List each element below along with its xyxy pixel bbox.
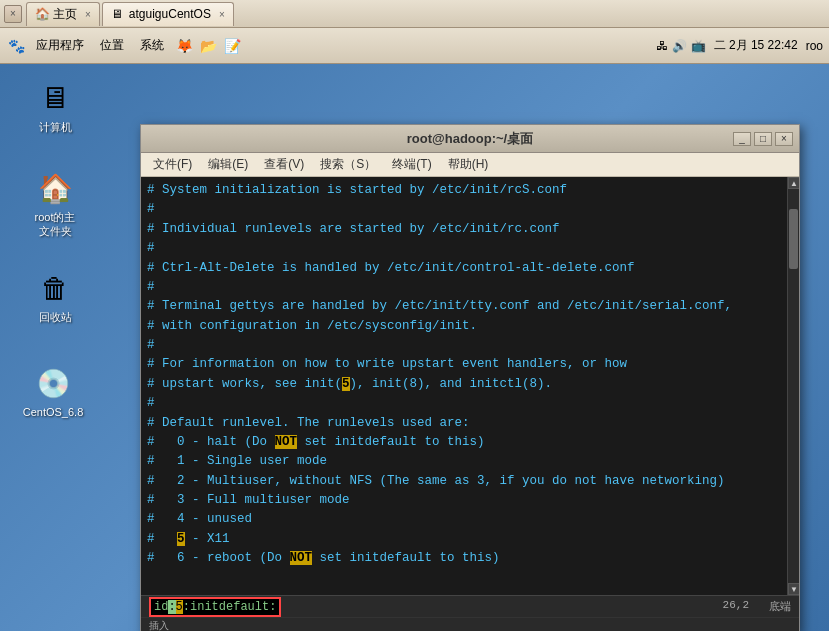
trash-label: 回收站 [39,310,72,324]
dvd-label: CentOS_6.8 [23,405,84,419]
dvd-icon[interactable]: 💿 CentOS_6.8 [18,359,88,423]
apps-icon: 🐾 [6,36,26,56]
terminal-text[interactable]: # System initialization is started by /e… [141,177,787,595]
apps-label: 应用程序 [36,37,84,54]
terminal-title: root@hadoop:~/桌面 [207,130,733,148]
mode-display: 底端 [769,599,791,614]
scrollbar-up-btn[interactable]: ▲ [788,177,799,189]
system-button[interactable]: 系统 [134,35,170,56]
location-label: 位置 [100,37,124,54]
firefox-icon[interactable]: 🦊 [174,36,194,56]
display-icon: 📺 [691,39,706,53]
folder-icon[interactable]: 📂 [198,36,218,56]
terminal-line-9: # [147,336,781,355]
desktop-area: 🖥 计算机 🏠 root的主文件夹 🗑 回收站 💿 CentOS_6.8 roo… [0,64,829,631]
terminal-line-1: # System initialization is started by /e… [147,181,781,200]
terminal-line-14: # 0 - halt (Do NOT set initdefault to th… [147,433,781,452]
terminal-line-4: # [147,239,781,258]
scrollbar-thumb[interactable] [789,209,798,269]
terminal-line-20: # 6 - reboot (Do NOT set initdefault to … [147,549,781,568]
terminal-bottom-bar: id:5:initdefault: 26,2 底端 [141,595,799,617]
scrollbar-track[interactable] [788,189,799,583]
home-folder-icon-img: 🏠 [35,168,75,208]
tab-home-close[interactable]: × [85,9,91,20]
terminal-line-10: # For information on how to write upstar… [147,355,781,374]
trash-icon-img: 🗑 [35,268,75,308]
terminal-line-15: # 1 - Single user mode [147,452,781,471]
terminal-line-5: # Ctrl-Alt-Delete is handled by /etc/ini… [147,259,781,278]
terminal-scrollbar[interactable]: ▲ ▼ [787,177,799,595]
taskbar-tabs: 🏠 主页 × 🖥 atguiguCentOS × [26,0,236,27]
terminal-maximize-btn[interactable]: □ [754,132,772,146]
terminal-line-2: # [147,200,781,219]
cursor-position: 26,2 [723,599,749,614]
terminal-line-6: # [147,278,781,297]
terminal-close-btn[interactable]: × [775,132,793,146]
terminal-line-18: # 4 - unused [147,510,781,529]
appbar-right: 🖧 🔊 📺 二 2月 15 22:42 roo [656,37,823,54]
trash-icon[interactable]: 🗑 回收站 [20,264,90,328]
user-display: roo [806,39,823,53]
tab-atguigucentos[interactable]: 🖥 atguiguCentOS × [102,2,234,26]
appbar: 🐾 应用程序 位置 系统 🦊 📂 📝 🖧 🔊 📺 二 2月 15 22:42 r… [0,28,829,64]
terminal-controls: _ □ × [733,132,793,146]
computer-icon-img: 🖥 [35,78,75,118]
location-button[interactable]: 位置 [94,35,130,56]
taskbar-top: × 🏠 主页 × 🖥 atguiguCentOS × [0,0,829,28]
terminal-line-8: # with configuration in /etc/sysconfig/i… [147,317,781,336]
terminal-line-3: # Individual runlevels are started by /e… [147,220,781,239]
terminal-titlebar: root@hadoop:~/桌面 _ □ × [141,125,799,153]
home-folder-label: root的主文件夹 [35,210,76,239]
sys-tray: 🖧 🔊 📺 [656,39,706,53]
terminal-line-7: # Terminal gettys are handled by /etc/in… [147,297,781,316]
terminal-minimize-btn[interactable]: _ [733,132,751,146]
bottom-bar-right: 26,2 底端 [723,599,791,614]
tab-atguigucentos-label: atguiguCentOS [129,7,211,21]
terminal-content[interactable]: # System initialization is started by /e… [141,177,799,595]
terminal-menu-view[interactable]: 查看(V) [256,153,312,176]
note-icon[interactable]: 📝 [222,36,242,56]
terminal-menu-file[interactable]: 文件(F) [145,153,200,176]
terminal-menu-edit[interactable]: 编辑(E) [200,153,256,176]
scrollbar-down-btn[interactable]: ▼ [788,583,799,595]
computer-icon[interactable]: 🖥 计算机 [20,74,90,138]
tab-home[interactable]: 🏠 主页 × [26,2,100,26]
home-tab-icon: 🏠 [35,7,49,21]
terminal-menu-terminal[interactable]: 终端(T) [384,153,439,176]
terminal-menubar: 文件(F) 编辑(E) 查看(V) 搜索（S） 终端(T) 帮助(H) [141,153,799,177]
volume-icon: 🔊 [672,39,687,53]
terminal-line-19: # 5 - X11 [147,530,781,549]
terminal-line-11: # upstart works, see init(5), init(8), a… [147,375,781,394]
network-icon: 🖧 [656,39,668,53]
datetime-display: 二 2月 15 22:42 [714,37,798,54]
taskbar-close-btn[interactable]: × [4,5,22,23]
system-label: 系统 [140,37,164,54]
computer-icon-label: 计算机 [39,120,72,134]
terminal-tab-icon: 🖥 [111,7,125,21]
dvd-icon-img: 💿 [33,363,73,403]
terminal-line-17: # 3 - Full multiuser mode [147,491,781,510]
bottom-bar-left: id:5:initdefault: [149,597,285,617]
terminal-line-12: # [147,394,781,413]
tab-home-label: 主页 [53,6,77,23]
terminal-window: root@hadoop:~/桌面 _ □ × 文件(F) 编辑(E) 查看(V)… [140,124,800,631]
tab-atguigucentos-close[interactable]: × [219,9,225,20]
terminal-line-16: # 2 - Multiuser, without NFS (The same a… [147,472,781,491]
terminal-menu-help[interactable]: 帮助(H) [440,153,497,176]
home-folder-icon[interactable]: 🏠 root的主文件夹 [20,164,90,243]
terminal-line-13: # Default runlevel. The runlevels used a… [147,414,781,433]
insert-label: 插入 [149,619,169,632]
apps-button[interactable]: 应用程序 [30,35,90,56]
desktop: × 🏠 主页 × 🖥 atguiguCentOS × 🐾 应用程序 位置 系统 [0,0,829,631]
terminal-menu-search[interactable]: 搜索（S） [312,153,384,176]
